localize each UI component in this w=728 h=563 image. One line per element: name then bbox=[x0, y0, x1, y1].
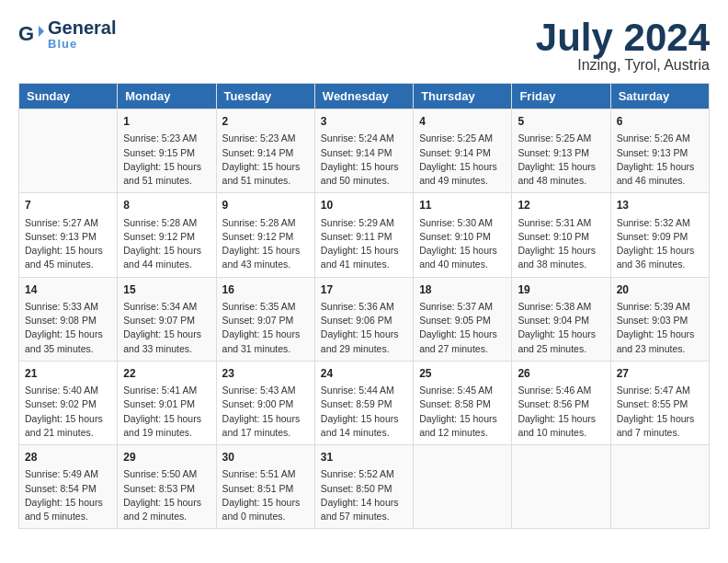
day-info: Sunrise: 5:37 AMSunset: 9:05 PMDaylight:… bbox=[419, 300, 506, 356]
day-info: Sunrise: 5:34 AMSunset: 9:07 PMDaylight:… bbox=[123, 300, 210, 356]
calendar-cell: 14Sunrise: 5:33 AMSunset: 9:08 PMDayligh… bbox=[19, 277, 118, 361]
logo: G General Blue bbox=[18, 18, 116, 51]
calendar-cell: 4Sunrise: 5:25 AMSunset: 9:14 PMDaylight… bbox=[414, 109, 512, 193]
calendar-cell: 20Sunrise: 5:39 AMSunset: 9:03 PMDayligh… bbox=[610, 277, 709, 361]
day-info: Sunrise: 5:43 AMSunset: 9:00 PMDaylight:… bbox=[222, 384, 309, 440]
day-info: Sunrise: 5:52 AMSunset: 8:50 PMDaylight:… bbox=[321, 467, 407, 523]
calendar-cell: 21Sunrise: 5:40 AMSunset: 9:02 PMDayligh… bbox=[19, 361, 118, 444]
day-number: 15 bbox=[123, 282, 210, 298]
header-saturday: Saturday bbox=[610, 84, 709, 109]
logo-icon: G bbox=[18, 22, 44, 48]
day-info: Sunrise: 5:29 AMSunset: 9:11 PMDaylight:… bbox=[321, 216, 407, 272]
svg-text:G: G bbox=[18, 22, 34, 45]
header-monday: Monday bbox=[118, 84, 216, 109]
calendar-cell: 25Sunrise: 5:45 AMSunset: 8:58 PMDayligh… bbox=[414, 361, 512, 444]
day-number: 19 bbox=[518, 282, 604, 298]
day-number: 12 bbox=[518, 198, 604, 213]
day-info: Sunrise: 5:25 AMSunset: 9:14 PMDaylight:… bbox=[419, 132, 506, 188]
calendar-cell: 6Sunrise: 5:26 AMSunset: 9:13 PMDaylight… bbox=[610, 109, 709, 193]
day-info: Sunrise: 5:44 AMSunset: 8:59 PMDaylight:… bbox=[321, 384, 407, 440]
calendar-cell bbox=[19, 109, 118, 193]
day-number: 29 bbox=[123, 450, 210, 465]
day-info: Sunrise: 5:38 AMSunset: 9:04 PMDaylight:… bbox=[518, 300, 604, 356]
day-info: Sunrise: 5:45 AMSunset: 8:58 PMDaylight:… bbox=[419, 384, 506, 440]
day-info: Sunrise: 5:23 AMSunset: 9:14 PMDaylight:… bbox=[222, 132, 309, 188]
calendar-cell: 18Sunrise: 5:37 AMSunset: 9:05 PMDayligh… bbox=[414, 277, 512, 361]
day-number: 4 bbox=[419, 114, 506, 130]
day-info: Sunrise: 5:46 AMSunset: 8:56 PMDaylight:… bbox=[518, 384, 604, 440]
day-number: 21 bbox=[25, 366, 111, 382]
day-info: Sunrise: 5:30 AMSunset: 9:10 PMDaylight:… bbox=[419, 216, 506, 272]
day-info: Sunrise: 5:40 AMSunset: 9:02 PMDaylight:… bbox=[25, 384, 111, 440]
day-number: 28 bbox=[25, 450, 111, 465]
day-number: 20 bbox=[617, 282, 703, 298]
header-tuesday: Tuesday bbox=[216, 84, 314, 109]
day-number: 18 bbox=[419, 282, 506, 298]
day-info: Sunrise: 5:23 AMSunset: 9:15 PMDaylight:… bbox=[123, 132, 210, 188]
calendar-cell: 16Sunrise: 5:35 AMSunset: 9:07 PMDayligh… bbox=[216, 277, 314, 361]
calendar-cell: 26Sunrise: 5:46 AMSunset: 8:56 PMDayligh… bbox=[512, 361, 610, 444]
day-number: 31 bbox=[321, 450, 407, 465]
day-number: 13 bbox=[617, 198, 703, 213]
day-number: 26 bbox=[518, 366, 604, 382]
calendar-cell: 12Sunrise: 5:31 AMSunset: 9:10 PMDayligh… bbox=[512, 193, 610, 277]
day-info: Sunrise: 5:32 AMSunset: 9:09 PMDaylight:… bbox=[617, 216, 703, 272]
calendar-cell: 23Sunrise: 5:43 AMSunset: 9:00 PMDayligh… bbox=[216, 361, 314, 444]
title-block: July 2024 Inzing, Tyrol, Austria bbox=[536, 18, 710, 74]
day-number: 27 bbox=[617, 366, 703, 382]
day-info: Sunrise: 5:39 AMSunset: 9:03 PMDaylight:… bbox=[617, 300, 703, 356]
calendar-week-row: 21Sunrise: 5:40 AMSunset: 9:02 PMDayligh… bbox=[19, 361, 710, 444]
day-number: 24 bbox=[321, 366, 407, 382]
day-info: Sunrise: 5:24 AMSunset: 9:14 PMDaylight:… bbox=[321, 132, 407, 188]
day-number: 8 bbox=[123, 198, 210, 213]
calendar-week-row: 1Sunrise: 5:23 AMSunset: 9:15 PMDaylight… bbox=[19, 109, 710, 193]
calendar-week-row: 7Sunrise: 5:27 AMSunset: 9:13 PMDaylight… bbox=[19, 193, 710, 277]
calendar-cell: 27Sunrise: 5:47 AMSunset: 8:55 PMDayligh… bbox=[610, 361, 709, 444]
calendar-week-row: 28Sunrise: 5:49 AMSunset: 8:54 PMDayligh… bbox=[19, 445, 710, 529]
calendar-title: July 2024 bbox=[536, 18, 710, 57]
day-number: 7 bbox=[25, 198, 111, 213]
day-info: Sunrise: 5:49 AMSunset: 8:54 PMDaylight:… bbox=[25, 467, 111, 523]
day-info: Sunrise: 5:35 AMSunset: 9:07 PMDaylight:… bbox=[222, 300, 309, 356]
calendar-cell: 29Sunrise: 5:50 AMSunset: 8:53 PMDayligh… bbox=[118, 445, 216, 529]
day-number: 25 bbox=[419, 366, 506, 382]
day-number: 6 bbox=[617, 114, 703, 130]
day-number: 9 bbox=[222, 198, 309, 213]
header-wednesday: Wednesday bbox=[314, 84, 413, 109]
day-number: 30 bbox=[222, 450, 309, 465]
day-info: Sunrise: 5:27 AMSunset: 9:13 PMDaylight:… bbox=[25, 216, 111, 272]
calendar-cell: 11Sunrise: 5:30 AMSunset: 9:10 PMDayligh… bbox=[414, 193, 512, 277]
calendar-cell: 28Sunrise: 5:49 AMSunset: 8:54 PMDayligh… bbox=[19, 445, 118, 529]
calendar-table: SundayMondayTuesdayWednesdayThursdayFrid… bbox=[18, 83, 710, 529]
day-number: 1 bbox=[123, 114, 210, 130]
header-sunday: Sunday bbox=[19, 84, 118, 109]
day-number: 14 bbox=[25, 282, 111, 298]
day-info: Sunrise: 5:31 AMSunset: 9:10 PMDaylight:… bbox=[518, 216, 604, 272]
calendar-cell bbox=[512, 445, 610, 529]
calendar-cell: 5Sunrise: 5:25 AMSunset: 9:13 PMDaylight… bbox=[512, 109, 610, 193]
calendar-cell: 3Sunrise: 5:24 AMSunset: 9:14 PMDaylight… bbox=[314, 109, 413, 193]
calendar-cell bbox=[610, 445, 709, 529]
calendar-cell: 15Sunrise: 5:34 AMSunset: 9:07 PMDayligh… bbox=[118, 277, 216, 361]
day-number: 22 bbox=[123, 366, 210, 382]
day-info: Sunrise: 5:50 AMSunset: 8:53 PMDaylight:… bbox=[123, 467, 210, 523]
day-info: Sunrise: 5:26 AMSunset: 9:13 PMDaylight:… bbox=[617, 132, 703, 188]
calendar-cell: 9Sunrise: 5:28 AMSunset: 9:12 PMDaylight… bbox=[216, 193, 314, 277]
calendar-cell: 22Sunrise: 5:41 AMSunset: 9:01 PMDayligh… bbox=[118, 361, 216, 444]
day-info: Sunrise: 5:28 AMSunset: 9:12 PMDaylight:… bbox=[222, 216, 309, 272]
day-number: 11 bbox=[419, 198, 506, 213]
calendar-cell: 1Sunrise: 5:23 AMSunset: 9:15 PMDaylight… bbox=[118, 109, 216, 193]
day-number: 23 bbox=[222, 366, 309, 382]
calendar-cell: 31Sunrise: 5:52 AMSunset: 8:50 PMDayligh… bbox=[314, 445, 413, 529]
day-info: Sunrise: 5:47 AMSunset: 8:55 PMDaylight:… bbox=[617, 384, 703, 440]
calendar-subtitle: Inzing, Tyrol, Austria bbox=[536, 57, 710, 74]
logo-general: General bbox=[48, 17, 116, 38]
day-info: Sunrise: 5:36 AMSunset: 9:06 PMDaylight:… bbox=[321, 300, 407, 356]
calendar-cell: 17Sunrise: 5:36 AMSunset: 9:06 PMDayligh… bbox=[314, 277, 413, 361]
day-number: 17 bbox=[321, 282, 407, 298]
calendar-cell: 10Sunrise: 5:29 AMSunset: 9:11 PMDayligh… bbox=[314, 193, 413, 277]
day-number: 3 bbox=[321, 114, 407, 130]
calendar-cell: 19Sunrise: 5:38 AMSunset: 9:04 PMDayligh… bbox=[512, 277, 610, 361]
calendar-cell: 7Sunrise: 5:27 AMSunset: 9:13 PMDaylight… bbox=[19, 193, 118, 277]
day-info: Sunrise: 5:25 AMSunset: 9:13 PMDaylight:… bbox=[518, 132, 604, 188]
